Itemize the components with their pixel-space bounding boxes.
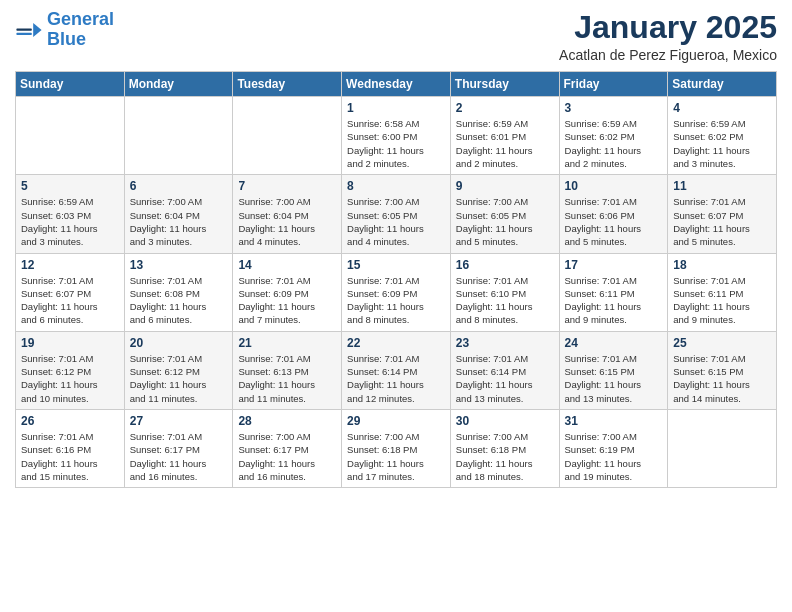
day-info: Sunrise: 6:59 AM Sunset: 6:03 PM Dayligh…: [21, 195, 119, 248]
day-cell: 8Sunrise: 7:00 AM Sunset: 6:05 PM Daylig…: [342, 175, 451, 253]
logo-general: General: [47, 9, 114, 29]
day-number: 7: [238, 179, 336, 193]
day-info: Sunrise: 7:00 AM Sunset: 6:05 PM Dayligh…: [456, 195, 554, 248]
day-cell: 21Sunrise: 7:01 AM Sunset: 6:13 PM Dayli…: [233, 331, 342, 409]
calendar-body: 1Sunrise: 6:58 AM Sunset: 6:00 PM Daylig…: [16, 97, 777, 488]
day-cell: 5Sunrise: 6:59 AM Sunset: 6:03 PM Daylig…: [16, 175, 125, 253]
day-info: Sunrise: 7:01 AM Sunset: 6:15 PM Dayligh…: [673, 352, 771, 405]
day-cell: 15Sunrise: 7:01 AM Sunset: 6:09 PM Dayli…: [342, 253, 451, 331]
day-cell: 18Sunrise: 7:01 AM Sunset: 6:11 PM Dayli…: [668, 253, 777, 331]
day-cell: 6Sunrise: 7:00 AM Sunset: 6:04 PM Daylig…: [124, 175, 233, 253]
day-cell: 14Sunrise: 7:01 AM Sunset: 6:09 PM Dayli…: [233, 253, 342, 331]
day-info: Sunrise: 6:59 AM Sunset: 6:02 PM Dayligh…: [565, 117, 663, 170]
day-cell: 9Sunrise: 7:00 AM Sunset: 6:05 PM Daylig…: [450, 175, 559, 253]
week-row-2: 5Sunrise: 6:59 AM Sunset: 6:03 PM Daylig…: [16, 175, 777, 253]
day-number: 10: [565, 179, 663, 193]
day-cell: 22Sunrise: 7:01 AM Sunset: 6:14 PM Dayli…: [342, 331, 451, 409]
week-row-3: 12Sunrise: 7:01 AM Sunset: 6:07 PM Dayli…: [16, 253, 777, 331]
day-info: Sunrise: 7:00 AM Sunset: 6:17 PM Dayligh…: [238, 430, 336, 483]
col-sunday: Sunday: [16, 72, 125, 97]
day-number: 8: [347, 179, 445, 193]
day-number: 21: [238, 336, 336, 350]
day-info: Sunrise: 7:01 AM Sunset: 6:07 PM Dayligh…: [673, 195, 771, 248]
day-cell: 17Sunrise: 7:01 AM Sunset: 6:11 PM Dayli…: [559, 253, 668, 331]
location: Acatlan de Perez Figueroa, Mexico: [559, 47, 777, 63]
day-info: Sunrise: 7:00 AM Sunset: 6:19 PM Dayligh…: [565, 430, 663, 483]
day-number: 12: [21, 258, 119, 272]
day-number: 29: [347, 414, 445, 428]
day-cell: [233, 97, 342, 175]
day-info: Sunrise: 7:01 AM Sunset: 6:11 PM Dayligh…: [673, 274, 771, 327]
day-cell: 20Sunrise: 7:01 AM Sunset: 6:12 PM Dayli…: [124, 331, 233, 409]
day-cell: 31Sunrise: 7:00 AM Sunset: 6:19 PM Dayli…: [559, 409, 668, 487]
svg-rect-2: [16, 33, 31, 35]
svg-rect-1: [16, 28, 31, 30]
logo-text: General Blue: [47, 10, 114, 50]
day-info: Sunrise: 7:00 AM Sunset: 6:18 PM Dayligh…: [347, 430, 445, 483]
day-number: 14: [238, 258, 336, 272]
week-row-4: 19Sunrise: 7:01 AM Sunset: 6:12 PM Dayli…: [16, 331, 777, 409]
day-number: 6: [130, 179, 228, 193]
day-cell: 27Sunrise: 7:01 AM Sunset: 6:17 PM Dayli…: [124, 409, 233, 487]
day-info: Sunrise: 7:01 AM Sunset: 6:12 PM Dayligh…: [21, 352, 119, 405]
day-info: Sunrise: 7:01 AM Sunset: 6:16 PM Dayligh…: [21, 430, 119, 483]
day-cell: 2Sunrise: 6:59 AM Sunset: 6:01 PM Daylig…: [450, 97, 559, 175]
day-number: 24: [565, 336, 663, 350]
day-number: 30: [456, 414, 554, 428]
day-info: Sunrise: 6:58 AM Sunset: 6:00 PM Dayligh…: [347, 117, 445, 170]
day-number: 20: [130, 336, 228, 350]
day-cell: [124, 97, 233, 175]
day-cell: 26Sunrise: 7:01 AM Sunset: 6:16 PM Dayli…: [16, 409, 125, 487]
day-number: 18: [673, 258, 771, 272]
day-info: Sunrise: 7:01 AM Sunset: 6:09 PM Dayligh…: [238, 274, 336, 327]
day-number: 15: [347, 258, 445, 272]
day-info: Sunrise: 6:59 AM Sunset: 6:01 PM Dayligh…: [456, 117, 554, 170]
day-number: 1: [347, 101, 445, 115]
weekday-row: Sunday Monday Tuesday Wednesday Thursday…: [16, 72, 777, 97]
day-info: Sunrise: 7:00 AM Sunset: 6:04 PM Dayligh…: [238, 195, 336, 248]
col-saturday: Saturday: [668, 72, 777, 97]
col-friday: Friday: [559, 72, 668, 97]
logo-blue: Blue: [47, 29, 86, 49]
title-block: January 2025 Acatlan de Perez Figueroa, …: [559, 10, 777, 63]
col-tuesday: Tuesday: [233, 72, 342, 97]
day-number: 5: [21, 179, 119, 193]
day-number: 4: [673, 101, 771, 115]
day-number: 13: [130, 258, 228, 272]
day-cell: 28Sunrise: 7:00 AM Sunset: 6:17 PM Dayli…: [233, 409, 342, 487]
day-info: Sunrise: 7:01 AM Sunset: 6:11 PM Dayligh…: [565, 274, 663, 327]
day-info: Sunrise: 7:01 AM Sunset: 6:13 PM Dayligh…: [238, 352, 336, 405]
week-row-1: 1Sunrise: 6:58 AM Sunset: 6:00 PM Daylig…: [16, 97, 777, 175]
calendar: Sunday Monday Tuesday Wednesday Thursday…: [15, 71, 777, 488]
day-cell: 10Sunrise: 7:01 AM Sunset: 6:06 PM Dayli…: [559, 175, 668, 253]
day-cell: 24Sunrise: 7:01 AM Sunset: 6:15 PM Dayli…: [559, 331, 668, 409]
day-cell: [668, 409, 777, 487]
day-number: 11: [673, 179, 771, 193]
day-info: Sunrise: 7:00 AM Sunset: 6:05 PM Dayligh…: [347, 195, 445, 248]
day-info: Sunrise: 7:01 AM Sunset: 6:14 PM Dayligh…: [456, 352, 554, 405]
page: General Blue January 2025 Acatlan de Per…: [0, 0, 792, 503]
day-info: Sunrise: 7:01 AM Sunset: 6:06 PM Dayligh…: [565, 195, 663, 248]
day-info: Sunrise: 7:01 AM Sunset: 6:07 PM Dayligh…: [21, 274, 119, 327]
day-number: 26: [21, 414, 119, 428]
day-info: Sunrise: 7:01 AM Sunset: 6:10 PM Dayligh…: [456, 274, 554, 327]
col-monday: Monday: [124, 72, 233, 97]
day-info: Sunrise: 7:01 AM Sunset: 6:12 PM Dayligh…: [130, 352, 228, 405]
day-info: Sunrise: 7:01 AM Sunset: 6:14 PM Dayligh…: [347, 352, 445, 405]
day-cell: 7Sunrise: 7:00 AM Sunset: 6:04 PM Daylig…: [233, 175, 342, 253]
day-cell: 30Sunrise: 7:00 AM Sunset: 6:18 PM Dayli…: [450, 409, 559, 487]
day-info: Sunrise: 7:00 AM Sunset: 6:18 PM Dayligh…: [456, 430, 554, 483]
calendar-header: Sunday Monday Tuesday Wednesday Thursday…: [16, 72, 777, 97]
day-info: Sunrise: 7:00 AM Sunset: 6:04 PM Dayligh…: [130, 195, 228, 248]
day-number: 9: [456, 179, 554, 193]
day-number: 31: [565, 414, 663, 428]
day-info: Sunrise: 6:59 AM Sunset: 6:02 PM Dayligh…: [673, 117, 771, 170]
day-info: Sunrise: 7:01 AM Sunset: 6:15 PM Dayligh…: [565, 352, 663, 405]
day-cell: 16Sunrise: 7:01 AM Sunset: 6:10 PM Dayli…: [450, 253, 559, 331]
day-cell: 25Sunrise: 7:01 AM Sunset: 6:15 PM Dayli…: [668, 331, 777, 409]
month-title: January 2025: [559, 10, 777, 45]
day-number: 16: [456, 258, 554, 272]
day-number: 3: [565, 101, 663, 115]
day-cell: 4Sunrise: 6:59 AM Sunset: 6:02 PM Daylig…: [668, 97, 777, 175]
day-cell: 12Sunrise: 7:01 AM Sunset: 6:07 PM Dayli…: [16, 253, 125, 331]
